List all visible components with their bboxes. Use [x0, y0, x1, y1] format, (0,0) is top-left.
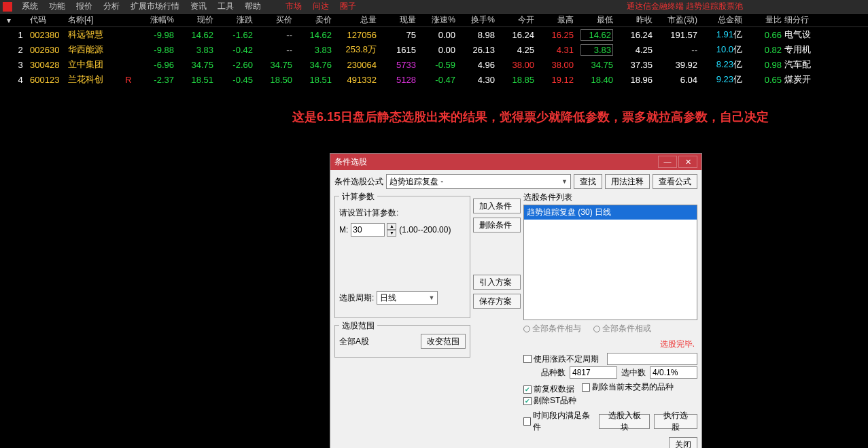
dialog-titlebar[interactable]: 条件选股 — ✕: [330, 154, 701, 170]
hdr-chg[interactable]: 涨跌: [213, 14, 253, 26]
hdr-pe[interactable]: 市盈(动): [653, 14, 697, 26]
hdr-high[interactable]: 最高: [534, 14, 574, 26]
dialog-title: 条件选股: [334, 156, 657, 168]
menu-system[interactable]: 系统: [16, 1, 44, 12]
hdr-vol[interactable]: 总量: [332, 14, 377, 26]
table-row[interactable]: 3300428立中集团-6.9634.75-2.6034.7534.762300…: [0, 57, 868, 72]
hdr-amt[interactable]: 总金额: [697, 14, 742, 26]
hdr-bid[interactable]: 买价: [253, 14, 292, 26]
hdr-ind[interactable]: 细分行: [782, 14, 821, 26]
hdr-price[interactable]: 现价: [174, 14, 213, 26]
view-formula-button[interactable]: 查看公式: [653, 174, 697, 189]
close-button[interactable]: 关闭: [669, 437, 697, 448]
table-header: ▾ 代码 名称[4] 涨幅% 现价 涨跌 买价 卖价 总量 现量 涨速% 换手%…: [0, 14, 868, 27]
hdr-spd[interactable]: 涨速%: [416, 14, 455, 26]
menu-ext[interactable]: 扩展市场行情: [125, 1, 185, 12]
change-scope-button[interactable]: 改变范围: [421, 334, 466, 349]
formula-label: 条件选股公式: [334, 176, 383, 188]
app-icon: [3, 2, 12, 12]
add-condition-button[interactable]: 加入条件: [473, 199, 521, 213]
menu-info[interactable]: 资讯: [185, 1, 212, 12]
condition-listbox[interactable]: 趋势追踪复盘 (30) 日线: [523, 205, 697, 320]
find-button[interactable]: 查找: [574, 174, 602, 189]
row-dropdown-icon[interactable]: ▾: [3, 16, 11, 25]
menu-quote[interactable]: 报价: [71, 1, 98, 12]
param-range: (1.00--200.00): [399, 225, 451, 235]
table-body: 1002380科远智慧-9.9814.62-1.62--14.621270567…: [0, 27, 868, 87]
hdr-pct[interactable]: 涨幅%: [135, 14, 174, 26]
stat-sel-label: 选中数: [621, 367, 646, 379]
condition-list-title: 选股条件列表: [523, 192, 697, 203]
period-label: 选股周期:: [339, 292, 374, 304]
hdr-vr[interactable]: 量比: [742, 14, 782, 26]
chk-rm[interactable]: 剔除当前未交易的品种: [582, 381, 674, 393]
table-row[interactable]: 2002630华西能源-9.883.83-0.42--3.83253.8万161…: [0, 42, 868, 57]
radio-and[interactable]: 全部条件相与: [523, 323, 581, 334]
calc-prompt: 请设置计算参数:: [339, 207, 466, 219]
hdr-cur[interactable]: 现量: [377, 14, 416, 26]
chevron-down-icon: ▼: [561, 178, 568, 185]
save-plan-button[interactable]: 保存方案: [473, 294, 521, 309]
brand-text: 通达信金融终端 趋势追踪股票池: [627, 1, 743, 12]
stat-count-value: 4817: [570, 366, 617, 379]
formula-select[interactable]: 趋势追踪复盘 -▼: [386, 174, 571, 189]
menu-bar: 系统 功能 报价 分析 扩展市场行情 资讯 工具 帮助 市场 问达 圈子 通达信…: [0, 0, 868, 14]
hdr-turn[interactable]: 换手%: [455, 14, 495, 26]
hdr-pclose[interactable]: 昨收: [613, 14, 653, 26]
chk-time[interactable]: 时间段内满足条件: [523, 410, 595, 433]
hdr-name[interactable]: 名称[4]: [68, 14, 122, 26]
import-plan-button[interactable]: 引入方案: [473, 275, 521, 290]
param-m-label: M:: [339, 225, 348, 235]
chk-fq[interactable]: ✔前复权数据: [523, 383, 574, 395]
delete-condition-button[interactable]: 删除条件: [473, 218, 521, 232]
spin-down-icon[interactable]: ▼: [387, 230, 396, 237]
minimize-icon[interactable]: —: [658, 156, 677, 168]
radio-or[interactable]: 全部条件相或: [593, 323, 651, 334]
spin-up-icon[interactable]: ▲: [387, 223, 396, 230]
menu-tools[interactable]: 工具: [212, 1, 239, 12]
hdr-open[interactable]: 今开: [495, 14, 534, 26]
chk-period[interactable]: 使用涨跌不定周期: [523, 354, 599, 365]
annotation-text: 这是6.15日盘后静态选股出来的结果，觉得票少就降低参数，票多就拉高参数，自己决…: [292, 109, 769, 125]
run-button[interactable]: 执行选股: [654, 414, 697, 429]
period-input[interactable]: [607, 353, 697, 365]
menu-help[interactable]: 帮助: [239, 1, 266, 12]
hdr-code[interactable]: 代码: [30, 14, 68, 26]
menu-market[interactable]: 市场: [280, 1, 307, 12]
param-m-input[interactable]: 30: [351, 223, 385, 237]
menu-function[interactable]: 功能: [44, 1, 71, 12]
stat-sel-value: 4/0.1%: [650, 366, 697, 379]
chevron-down-icon: ▼: [428, 294, 434, 301]
list-item[interactable]: 趋势追踪复盘 (30) 日线: [524, 205, 697, 220]
menu-analysis[interactable]: 分析: [98, 1, 125, 12]
usage-button[interactable]: 用法注释: [605, 174, 650, 189]
stat-count-label: 品种数: [541, 367, 566, 379]
condition-dialog: 条件选股 — ✕ 条件选股公式 趋势追踪复盘 -▼ 查找 用法注释 查看公式 计…: [330, 153, 702, 448]
table-row[interactable]: 4600123兰花科创R-2.3718.51-0.4518.5018.51491…: [0, 72, 868, 87]
period-select[interactable]: 日线▼: [377, 291, 438, 305]
to-block-button[interactable]: 选股入板块: [599, 414, 650, 429]
hdr-ask[interactable]: 卖价: [292, 14, 332, 26]
close-icon[interactable]: ✕: [678, 156, 697, 168]
hdr-low[interactable]: 最低: [574, 14, 613, 26]
menu-quanzi[interactable]: 圈子: [334, 1, 362, 12]
table-row[interactable]: 1002380科远智慧-9.9814.62-1.62--14.621270567…: [0, 27, 868, 42]
scope-value: 全部A股: [339, 336, 369, 347]
scope-title: 选股范围: [339, 320, 377, 332]
chk-st[interactable]: ✔剔除ST品种: [523, 395, 576, 407]
status-done: 选股完毕.: [523, 337, 697, 351]
menu-wenda[interactable]: 问达: [307, 1, 334, 12]
calc-params-title: 计算参数: [339, 191, 377, 203]
